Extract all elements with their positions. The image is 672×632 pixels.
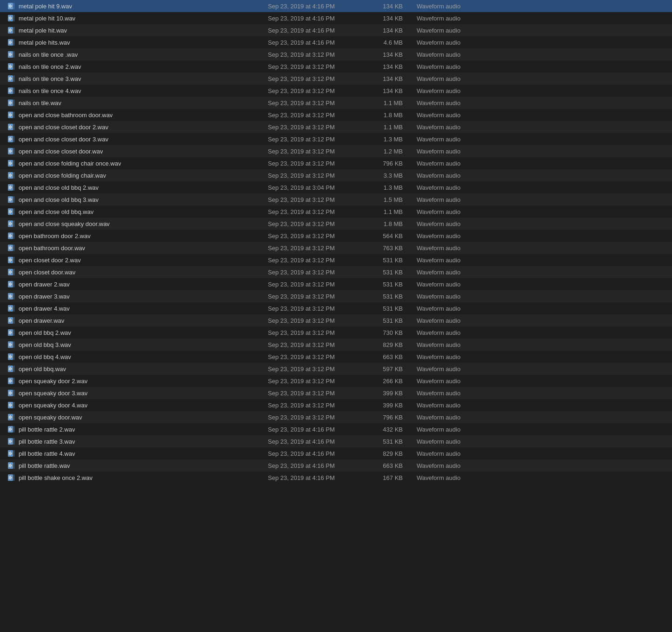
file-kind-col: Waveform audio [417, 353, 665, 360]
svg-rect-186 [13, 450, 14, 457]
audio-file-icon [7, 329, 15, 336]
file-row[interactable]: open squeaky door 4.wav Sep 23, 2019 at … [0, 399, 672, 411]
file-date-col: Sep 23, 2019 at 4:16 PM [268, 450, 370, 457]
file-row[interactable]: open old bbq 2.wav Sep 23, 2019 at 3:12 … [0, 326, 672, 339]
svg-rect-157 [9, 379, 10, 382]
svg-rect-31 [13, 75, 14, 82]
file-kind-col: Waveform audio [417, 15, 665, 22]
file-row[interactable]: pill bottle rattle.wav Sep 23, 2019 at 4… [0, 459, 672, 472]
file-kind-col: Waveform audio [417, 390, 665, 397]
svg-rect-134 [11, 319, 12, 321]
file-row[interactable]: metal pole hit.wav Sep 23, 2019 at 4:16 … [0, 24, 672, 36]
audio-file-icon [7, 438, 15, 445]
file-date-col: Sep 23, 2019 at 3:12 PM [268, 414, 370, 421]
file-kind-col: Waveform audio [417, 27, 665, 34]
file-name-col: pill bottle rattle 2.wav [7, 426, 268, 433]
file-date-col: Sep 23, 2019 at 3:12 PM [268, 366, 370, 373]
file-kind-col: Waveform audio [417, 366, 665, 373]
file-row[interactable]: open squeaky door 3.wav Sep 23, 2019 at … [0, 387, 672, 399]
svg-rect-64 [11, 150, 12, 152]
svg-rect-106 [13, 257, 14, 263]
audio-file-icon [7, 389, 15, 397]
svg-rect-137 [9, 331, 10, 334]
file-name-col: open squeaky door 2.wav [7, 377, 268, 385]
file-kind-col: Waveform audio [417, 75, 665, 82]
file-name-label: open and close closet door 3.wav [19, 136, 108, 143]
file-row[interactable]: open drawer.wav Sep 23, 2019 at 3:12 PM … [0, 314, 672, 326]
file-row[interactable]: open and close folding chair once.wav Se… [0, 157, 672, 169]
file-row[interactable]: open and close old bbq.wav Sep 23, 2019 … [0, 206, 672, 218]
file-kind-col: Waveform audio [417, 245, 665, 252]
file-row[interactable]: open closet door 2.wav Sep 23, 2019 at 3… [0, 254, 672, 266]
file-row[interactable]: open drawer 4.wav Sep 23, 2019 at 3:12 P… [0, 302, 672, 314]
svg-rect-197 [9, 476, 10, 479]
file-row[interactable]: open old bbq 3.wav Sep 23, 2019 at 3:12 … [0, 339, 672, 351]
svg-rect-136 [13, 329, 14, 336]
file-row[interactable]: open and close closet door.wav Sep 23, 2… [0, 145, 672, 157]
file-row[interactable]: metal pole hit 10.wav Sep 23, 2019 at 4:… [0, 12, 672, 24]
audio-file-icon [7, 160, 15, 167]
audio-file-icon [7, 268, 15, 276]
file-kind-col: Waveform audio [417, 474, 665, 481]
file-row[interactable]: open and close folding chair.wav Sep 23,… [0, 169, 672, 181]
file-row[interactable]: open and close old bbq 2.wav Sep 23, 201… [0, 181, 672, 193]
file-row[interactable]: open bathroom door 2.wav Sep 23, 2019 at… [0, 230, 672, 242]
file-name-label: metal pole hits.wav [19, 39, 70, 46]
file-row[interactable]: open closet door.wav Sep 23, 2019 at 3:1… [0, 266, 672, 278]
file-row[interactable]: open drawer 2.wav Sep 23, 2019 at 3:12 P… [0, 278, 672, 290]
file-kind-col: Waveform audio [417, 39, 665, 46]
file-row[interactable]: nails on tile once 4.wav Sep 23, 2019 at… [0, 85, 672, 97]
svg-rect-34 [11, 78, 12, 80]
file-row[interactable]: open squeaky door.wav Sep 23, 2019 at 3:… [0, 411, 672, 423]
audio-file-icon [7, 353, 15, 360]
file-row[interactable]: pill bottle rattle 4.wav Sep 23, 2019 at… [0, 447, 672, 459]
svg-rect-47 [9, 113, 10, 116]
svg-rect-138 [10, 331, 11, 334]
file-row[interactable]: open and close squeaky door.wav Sep 23, … [0, 218, 672, 230]
file-row[interactable]: pill bottle rattle 2.wav Sep 23, 2019 at… [0, 423, 672, 435]
file-row[interactable]: open and close old bbq 3.wav Sep 23, 201… [0, 193, 672, 206]
file-row[interactable]: nails on tile.wav Sep 23, 2019 at 3:12 P… [0, 97, 672, 109]
file-row[interactable]: open squeaky door 2.wav Sep 23, 2019 at … [0, 375, 672, 387]
file-row[interactable]: open and close bathroom door.wav Sep 23,… [0, 109, 672, 121]
file-date-col: Sep 23, 2019 at 3:12 PM [268, 160, 370, 167]
svg-rect-96 [13, 233, 14, 239]
file-row[interactable]: metal pole hit 9.wav Sep 23, 2019 at 4:1… [0, 0, 672, 12]
file-row[interactable]: nails on tile once 2.wav Sep 23, 2019 at… [0, 60, 672, 73]
svg-rect-43 [10, 101, 11, 105]
file-date-col: Sep 23, 2019 at 3:12 PM [268, 378, 370, 385]
file-row[interactable]: open old bbq.wav Sep 23, 2019 at 3:12 PM… [0, 363, 672, 375]
file-row[interactable]: open and close closet door 3.wav Sep 23,… [0, 133, 672, 145]
svg-rect-87 [9, 210, 10, 213]
file-row[interactable]: pill bottle shake once 2.wav Sep 23, 201… [0, 472, 672, 484]
file-name-label: nails on tile once .wav [19, 51, 78, 58]
svg-rect-24 [11, 53, 12, 55]
audio-file-icon [7, 51, 15, 58]
file-name-label: open old bbq 3.wav [19, 341, 71, 348]
file-name-col: nails on tile once 2.wav [7, 63, 268, 70]
audio-file-icon [7, 184, 15, 191]
svg-rect-49 [11, 114, 12, 116]
file-row[interactable]: nails on tile once 3.wav Sep 23, 2019 at… [0, 73, 672, 85]
svg-rect-32 [9, 77, 10, 80]
file-size-col: 134 KB [370, 87, 417, 94]
svg-rect-8 [10, 16, 11, 20]
file-row[interactable]: nails on tile once .wav Sep 23, 2019 at … [0, 48, 672, 60]
audio-file-icon [7, 450, 15, 457]
file-row[interactable]: metal pole hits.wav Sep 23, 2019 at 4:16… [0, 36, 672, 48]
file-kind-col: Waveform audio [417, 196, 665, 203]
file-row[interactable]: open old bbq 4.wav Sep 23, 2019 at 3:12 … [0, 351, 672, 363]
file-name-col: open squeaky door 3.wav [7, 389, 268, 397]
file-row[interactable]: open drawer 3.wav Sep 23, 2019 at 3:12 P… [0, 290, 672, 302]
svg-rect-18 [10, 40, 11, 44]
file-date-col: Sep 23, 2019 at 3:12 PM [268, 196, 370, 203]
file-row[interactable]: pill bottle rattle 3.wav Sep 23, 2019 at… [0, 435, 672, 447]
file-date-col: Sep 23, 2019 at 3:12 PM [268, 329, 370, 336]
file-name-label: pill bottle rattle.wav [19, 462, 70, 469]
file-row[interactable]: open and close closet door 2.wav Sep 23,… [0, 121, 672, 133]
file-row[interactable]: open bathroom door.wav Sep 23, 2019 at 3… [0, 242, 672, 254]
svg-rect-167 [9, 404, 10, 406]
svg-rect-28 [10, 65, 11, 68]
audio-file-icon [7, 280, 15, 288]
audio-file-icon [7, 462, 15, 469]
